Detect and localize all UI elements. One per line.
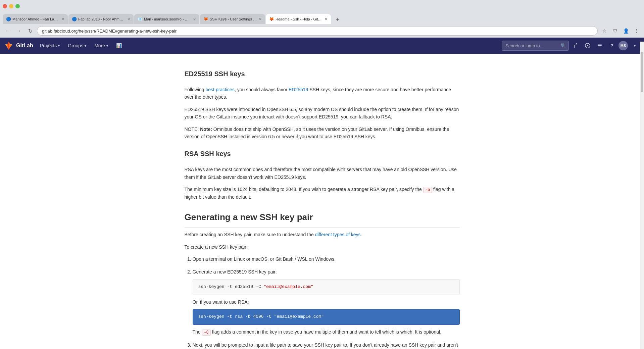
ed25519-heading: ED25519 SSH keys: [185, 68, 460, 82]
nav-more-chevron: ▾: [106, 44, 108, 48]
code-ed25519-prefix: ssh-keygen -t ed25519 -C: [198, 284, 264, 289]
gitlab-fox-icon: [4, 41, 13, 50]
generating-heading: Generating a new SSH key pair: [185, 210, 460, 228]
nav-groups-chevron: ▾: [85, 44, 86, 48]
step-3-text: Next, you will be prompted to input a fi…: [193, 342, 458, 349]
main-content-area: ED25519 SSH keys Following best practice…: [171, 54, 473, 349]
step-1-text: Open a terminal on Linux or macOS, or Gi…: [193, 256, 336, 262]
step-2-text: Generate a new ED25519 SSH key pair:: [193, 269, 277, 275]
scrollbar-track[interactable]: [640, 42, 644, 349]
nav-issues-icon[interactable]: [582, 40, 593, 51]
gitlab-wordmark: GitLab: [16, 43, 33, 49]
para3: NOTE: Note: Omnibus does not ship with O…: [185, 126, 460, 141]
browser-titlebar: [0, 0, 644, 12]
avatar-chevron[interactable]: ▾: [629, 40, 640, 51]
svg-rect-9: [598, 45, 602, 46]
tab-favicon-4: 🦊: [203, 17, 208, 21]
tab-close-1[interactable]: ✕: [61, 17, 64, 21]
tab-close-4[interactable]: ✕: [259, 17, 262, 21]
tab-title-5: Readme - Ssh - Help - GitLab: [276, 17, 323, 21]
tabs-bar: 🔵 Mansoor Ahmed - Fab Lab 2020 ✕ 🔵 Fab l…: [0, 12, 644, 24]
tab-favicon-3: 📧: [138, 17, 142, 21]
back-button[interactable]: ←: [3, 26, 12, 36]
tab-favicon-2: 🔵: [72, 17, 77, 21]
help-question-mark: ?: [610, 43, 613, 48]
c-flag-code: -C: [202, 330, 211, 336]
search-input[interactable]: [502, 41, 569, 51]
tab-title-1: Mansoor Ahmed - Fab Lab 2020: [12, 17, 59, 21]
tab-close-2[interactable]: ✕: [127, 17, 130, 21]
b-flag-code: -b: [423, 187, 432, 193]
tab-title-2: Fab lab 2018 - Noor Ahmed Ra:...: [78, 17, 125, 21]
para7: To create a new SSH key pair:: [185, 243, 460, 251]
address-input[interactable]: [37, 26, 598, 36]
nav-merge-requests-icon[interactable]: [570, 40, 581, 51]
note-bold: Note:: [200, 127, 212, 132]
para1: Following best practices, you should alw…: [185, 86, 460, 101]
code-block-rsa[interactable]: ssh-keygen -t rsa -b 4096 -C "email@exam…: [193, 309, 460, 325]
close-button[interactable]: [3, 4, 7, 8]
avatar-initials: MS: [621, 44, 626, 48]
nav-projects-label: Projects: [40, 43, 57, 48]
nav-todos-icon[interactable]: [594, 40, 605, 51]
para2: ED25519 SSH keys were introduced in Open…: [185, 106, 460, 121]
step-3: Next, you will be prompted to input a fi…: [193, 341, 460, 349]
tab-favicon-5: 🦊: [269, 17, 274, 21]
tab-favicon-1: 🔵: [6, 17, 11, 21]
tab-close-3[interactable]: ✕: [193, 17, 196, 21]
gitlab-navbar: GitLab Projects ▾ Groups ▾ More ▾ 📊 🔍 ?: [0, 38, 644, 54]
new-tab-button[interactable]: +: [333, 15, 342, 24]
tab-1[interactable]: 🔵 Mansoor Ahmed - Fab Lab 2020 ✕: [3, 14, 68, 24]
window-controls[interactable]: [3, 4, 20, 8]
nav-projects-chevron: ▾: [58, 44, 60, 48]
nav-projects[interactable]: Projects ▾: [36, 38, 64, 54]
forward-button[interactable]: →: [14, 26, 23, 36]
gitlab-logo[interactable]: GitLab: [4, 41, 33, 50]
different-types-link[interactable]: different types of keys: [315, 232, 361, 237]
scrollbar-thumb[interactable]: [641, 52, 643, 92]
nav-more[interactable]: More ▾: [90, 38, 112, 54]
tab-close-5[interactable]: ✕: [325, 17, 328, 21]
nav-right: 🔍 ? MS ▾: [502, 40, 640, 51]
best-practices-link[interactable]: best practices: [206, 87, 235, 92]
nav-stats[interactable]: 📊: [112, 38, 126, 54]
nav-stats-icon: 📊: [116, 43, 122, 48]
nav-more-label: More: [94, 43, 105, 48]
svg-rect-10: [598, 47, 600, 47]
tab-title-3: Mail - mansoor.soomro - Outloo...: [144, 17, 191, 21]
address-icons: ☆ 🛡 👤 ⋮: [600, 26, 641, 36]
ed25519-link[interactable]: ED25519: [289, 87, 308, 92]
or-rsa-text: Or, if you want to use RSA:: [193, 298, 460, 306]
tab-4[interactable]: 🦊 SSH Keys - User Settings - GitLab ✕: [200, 14, 265, 24]
svg-point-7: [587, 45, 588, 46]
nav-groups[interactable]: Groups ▾: [64, 38, 90, 54]
maximize-button[interactable]: [15, 4, 20, 8]
user-icon[interactable]: 👤: [621, 26, 631, 36]
rsa-heading: RSA SSH keys: [185, 148, 460, 162]
step-2: Generate a new ED25519 SSH key pair: ssh…: [193, 268, 460, 336]
bookmark-icon[interactable]: ☆: [600, 26, 609, 36]
tab-2[interactable]: 🔵 Fab lab 2018 - Noor Ahmed Ra:... ✕: [68, 14, 134, 24]
user-avatar[interactable]: MS: [618, 41, 628, 50]
code-rsa-text: ssh-keygen -t rsa -b 4096 -C "email@exam…: [198, 314, 324, 319]
page-body: ED25519 SSH keys Following best practice…: [0, 54, 644, 349]
reload-button[interactable]: ↻: [26, 26, 35, 36]
code-ed25519-string: "email@example.com": [264, 284, 313, 289]
nav-groups-label: Groups: [68, 43, 83, 48]
para6: Before creating an SSH key pair, make su…: [185, 231, 460, 238]
code-block-ed25519[interactable]: ssh-keygen -t ed25519 -C "email@example.…: [193, 279, 460, 295]
svg-rect-8: [598, 44, 602, 45]
minimize-button[interactable]: [9, 4, 13, 8]
tab-5[interactable]: 🦊 Readme - Ssh - Help - GitLab ✕: [266, 14, 331, 24]
address-bar: ← → ↻ ☆ 🛡 👤 ⋮: [0, 24, 644, 38]
nav-help-icon[interactable]: ?: [606, 40, 617, 51]
step-1: Open a terminal on Linux or macOS, or Gi…: [193, 255, 460, 263]
menu-icon[interactable]: ⋮: [632, 26, 641, 36]
search-container: 🔍: [502, 41, 569, 51]
flag-note: The -C flag adds a comment in the key in…: [193, 328, 460, 336]
tab-title-4: SSH Keys - User Settings - GitLab: [210, 17, 257, 21]
steps-list: Open a terminal on Linux or macOS, or Gi…: [193, 255, 460, 349]
para4: RSA keys are the most common ones and th…: [185, 166, 460, 181]
tab-3[interactable]: 📧 Mail - mansoor.soomro - Outloo... ✕: [134, 14, 199, 24]
shield-icon[interactable]: 🛡: [610, 26, 620, 36]
